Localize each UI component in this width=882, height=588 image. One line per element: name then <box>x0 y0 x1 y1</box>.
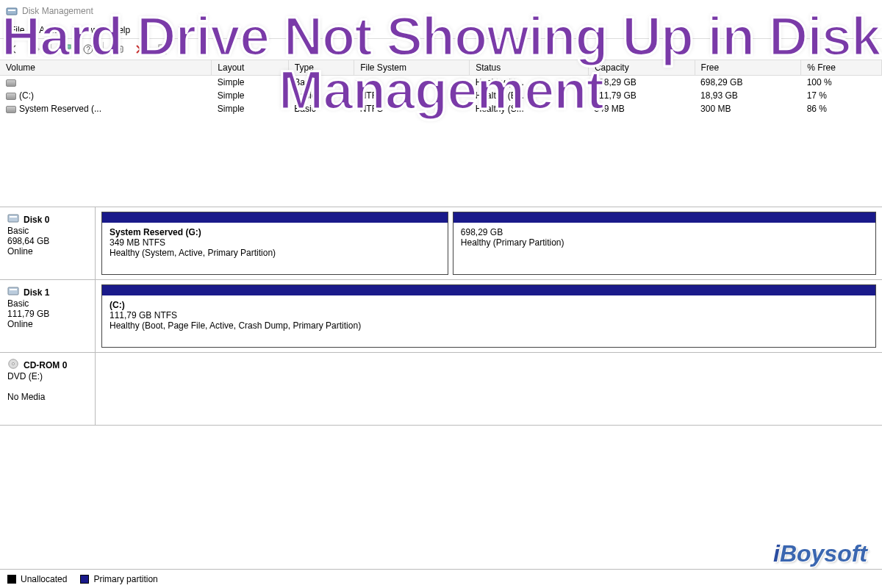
col-type[interactable]: Type <box>288 60 354 76</box>
table-row[interactable]: SimpleBasicHealthy (B...698,29 GB698,29 … <box>0 76 882 90</box>
disk-row[interactable]: Disk 0Basic698,64 GBOnlineSystem Reserve… <box>0 207 882 280</box>
partition[interactable]: 698,29 GBHealthy (Primary Partition) <box>453 212 876 275</box>
partition-color-bar <box>453 212 875 223</box>
col-status[interactable]: Status <box>470 60 589 76</box>
disk-row[interactable]: Disk 1Basic111,79 GBOnline(C:)111,79 GB … <box>0 279 882 353</box>
volume-icon <box>6 106 16 113</box>
partition[interactable]: System Reserved (G:)349 MB NTFSHealthy (… <box>101 212 448 275</box>
volume-icon <box>6 79 16 87</box>
disk-icon <box>7 286 19 298</box>
table-row[interactable]: System Reserved (...SimpleBasicNTFSHealt… <box>0 102 882 115</box>
menu-file[interactable]: File <box>3 24 32 37</box>
col-filesystem[interactable]: File System <box>354 60 470 76</box>
svg-rect-8 <box>114 46 123 52</box>
svg-rect-5 <box>67 50 71 54</box>
svg-rect-13 <box>10 289 17 290</box>
svg-point-15 <box>12 362 14 365</box>
svg-rect-12 <box>8 287 18 295</box>
svg-rect-1 <box>8 10 15 11</box>
col-free[interactable]: Free <box>695 60 801 76</box>
refresh-button[interactable] <box>57 40 76 58</box>
legend-unallocated: Unallocated <box>7 574 67 584</box>
delete-button[interactable] <box>131 40 150 58</box>
menu-view[interactable]: View <box>71 24 105 37</box>
partition-color-bar <box>102 285 875 295</box>
svg-rect-0 <box>7 8 17 15</box>
forward-button[interactable] <box>26 40 46 58</box>
volume-icon <box>6 93 16 100</box>
volume-list-pane: Volume Layout Type File System Status Ca… <box>0 60 882 207</box>
volume-table[interactable]: Volume Layout Type File System Status Ca… <box>0 60 882 115</box>
cdrom-icon <box>7 359 19 371</box>
disk-row[interactable]: CD-ROM 0DVD (E:) No Media <box>0 352 882 426</box>
col-capacity[interactable]: Capacity <box>588 60 695 76</box>
titlebar: Disk Management <box>0 0 882 22</box>
col-pctfree[interactable]: % Free <box>801 60 882 76</box>
svg-rect-4 <box>62 50 65 54</box>
col-layout[interactable]: Layout <box>212 60 289 76</box>
disk-label: Disk 1Basic111,79 GBOnline <box>0 280 96 352</box>
properties-button[interactable] <box>153 40 172 58</box>
disk-partitions: System Reserved (G:)349 MB NTFSHealthy (… <box>96 207 882 279</box>
action-button[interactable] <box>109 40 128 58</box>
disk-label: Disk 0Basic698,64 GBOnline <box>0 207 96 279</box>
disk-icon <box>7 213 19 226</box>
disk-partitions: (C:)111,79 GB NTFSHealthy (Boot, Page Fi… <box>96 280 882 352</box>
toolbar: ? <box>0 38 882 60</box>
legend-primary-partition: Primary partition <box>80 574 157 584</box>
table-row[interactable]: (C:)SimpleBasicNTFSHealthy (B...111,79 G… <box>0 89 882 102</box>
window-title: Disk Management <box>22 6 93 16</box>
disk-management-window: Disk Management File Action View Help ? <box>0 0 882 588</box>
svg-rect-11 <box>10 216 17 218</box>
col-volume[interactable]: Volume <box>0 60 212 76</box>
svg-rect-10 <box>8 215 18 222</box>
svg-rect-3 <box>67 45 71 49</box>
svg-text:?: ? <box>86 46 90 54</box>
back-button[interactable] <box>4 40 24 58</box>
svg-rect-2 <box>62 45 65 49</box>
menubar: File Action View Help <box>0 22 882 38</box>
help-button[interactable]: ? <box>79 40 98 58</box>
disk-partitions <box>96 353 882 425</box>
menu-help[interactable]: Help <box>105 24 138 37</box>
disk-graphical-pane: Disk 0Basic698,64 GBOnlineSystem Reserve… <box>0 207 882 569</box>
disk-label: CD-ROM 0DVD (E:) No Media <box>0 353 96 425</box>
menu-action[interactable]: Action <box>32 24 71 37</box>
app-icon <box>6 5 18 17</box>
partition-color-bar <box>102 212 448 223</box>
legend: Unallocated Primary partition <box>0 569 882 588</box>
partition[interactable]: (C:)111,79 GB NTFSHealthy (Boot, Page Fi… <box>101 284 876 348</box>
